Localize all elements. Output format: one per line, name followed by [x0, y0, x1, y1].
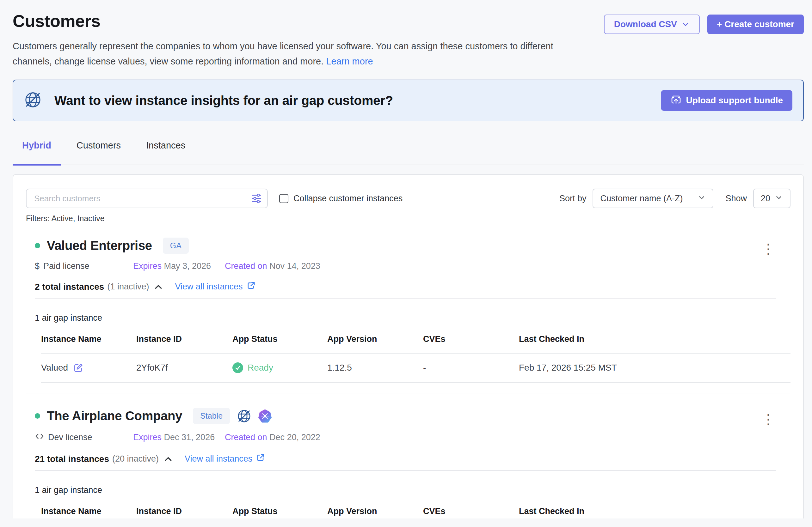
instance-name: Valued [41, 363, 68, 373]
col-last-checked-in: Last Checked In [519, 507, 791, 516]
page-header: Customers Customers generally represent … [13, 11, 804, 69]
page-description: Customers generally represent the compan… [13, 39, 580, 69]
view-all-instances-link[interactable]: View all instances [175, 281, 255, 292]
tab-bar: Hybrid Customers Instances [13, 140, 804, 165]
divider [35, 470, 776, 471]
active-status-dot [35, 243, 40, 249]
chevron-down-icon [775, 193, 783, 204]
upload-support-bundle-button[interactable]: Upload support bundle [661, 90, 793, 111]
chevron-up-icon[interactable] [154, 283, 163, 291]
created-group: Created on Nov 14, 2023 [225, 261, 320, 271]
table-header-row: Instance Name Instance ID App Status App… [41, 507, 791, 518]
created-label: Created on [225, 261, 267, 271]
col-instance-name: Instance Name [41, 507, 136, 516]
toolbar-right: Sort by Customer name (A-Z) Show 20 [559, 189, 791, 208]
channel-badge: Stable [193, 408, 230, 424]
dollar-icon: $ [35, 261, 40, 271]
table-row: Valued 2YfoK7f Ready [41, 353, 791, 382]
tab-customers[interactable]: Customers [67, 140, 130, 166]
airgap-instances-table: Instance Name Instance ID App Status App… [41, 507, 791, 518]
sort-select[interactable]: Customer name (A-Z) [593, 189, 713, 208]
col-app-status: App Status [232, 334, 327, 344]
chevron-down-icon [681, 20, 690, 28]
col-instance-id: Instance ID [136, 507, 232, 516]
instances-summary-row: 2 total instances (1 inactive) View all … [35, 281, 791, 292]
col-app-status: App Status [232, 507, 327, 516]
col-cves: CVEs [423, 507, 519, 516]
instance-id: 2YfoK7f [136, 363, 232, 373]
collapse-instances-checkbox[interactable] [279, 194, 288, 203]
expires-date: Dec 31, 2026 [164, 433, 215, 442]
create-customer-button[interactable]: + Create customer [707, 15, 804, 34]
created-date: Nov 14, 2023 [270, 261, 320, 271]
license-type-label: Paid license [43, 261, 89, 271]
license-type: $ Paid license [35, 261, 133, 271]
airgap-instances-heading: 1 air gap instance [35, 313, 791, 323]
kebab-menu-icon[interactable]: ⋮ [762, 242, 775, 256]
col-last-checked-in: Last Checked In [519, 334, 791, 344]
license-type-label: Dev license [48, 433, 92, 442]
instances-summary-row: 21 total instances (20 inactive) View al… [35, 453, 791, 464]
collapse-instances-checkbox-group[interactable]: Collapse customer instances [279, 194, 403, 204]
customer-meta-row: $ Paid license Expires May 3, 2026 Creat… [35, 261, 791, 271]
filter-sliders-icon[interactable] [251, 193, 262, 205]
search-input[interactable] [26, 189, 268, 208]
customer-name[interactable]: The Airplane Company [47, 409, 182, 423]
app-status: Ready [248, 363, 273, 373]
inactive-count: (20 inactive) [112, 454, 159, 464]
airgap-instances-table: Instance Name Instance ID App Status App… [41, 334, 791, 382]
col-app-version: App Version [327, 334, 423, 344]
kebab-menu-icon[interactable]: ⋮ [762, 412, 775, 426]
download-csv-button[interactable]: Download CSV [604, 15, 700, 34]
filters-note: Filters: Active, Inactive [26, 214, 791, 223]
tab-hybrid[interactable]: Hybrid [13, 140, 61, 166]
toolbar: Collapse customer instances Sort by Cust… [26, 189, 791, 208]
chevron-up-icon[interactable] [164, 455, 173, 464]
airgap-banner-title: Want to view instance insights for an ai… [54, 93, 393, 108]
col-instance-id: Instance ID [136, 334, 232, 344]
view-all-instances-link[interactable]: View all instances [185, 453, 265, 464]
airgap-banner: Want to view instance insights for an ai… [13, 80, 804, 121]
customer-valued-enterprise: ⋮ Valued Enterprise GA $ Paid license Ex… [26, 238, 791, 382]
expires-label: Expires [133, 261, 162, 271]
expires-group: Expires Dec 31, 2026 [133, 433, 225, 442]
customers-card: Collapse customer instances Sort by Cust… [13, 174, 804, 518]
kubernetes-icon [258, 409, 272, 423]
col-cves: CVEs [423, 334, 519, 344]
airgap-globe-icon [24, 91, 42, 110]
upload-icon [670, 94, 682, 107]
license-type: Dev license [35, 432, 133, 443]
cves: - [423, 363, 519, 373]
check-circle-icon [232, 362, 243, 373]
view-all-instances-label: View all instances [175, 282, 243, 291]
external-link-icon [247, 281, 256, 292]
chevron-down-icon [698, 193, 706, 204]
app-version: 1.12.5 [327, 363, 423, 373]
page-header-text: Customers Customers generally represent … [13, 11, 580, 69]
instance-name-cell: Valued [41, 363, 136, 373]
show-label: Show [725, 194, 747, 204]
customer-header: The Airplane Company Stable [35, 408, 791, 424]
customer-the-airplane-company: ⋮ The Airplane Company Stable [26, 408, 791, 518]
last-checked-in: Feb 17, 2026 15:25 MST [519, 363, 791, 373]
total-instances: 21 total instances [35, 454, 109, 464]
upload-support-bundle-label: Upload support bundle [686, 95, 783, 106]
inactive-count: (1 inactive) [107, 282, 149, 291]
edit-icon[interactable] [73, 363, 83, 373]
app-status-cell: Ready [232, 362, 327, 373]
customer-header: Valued Enterprise GA [35, 238, 791, 254]
airgap-instances-heading: 1 air gap instance [35, 485, 791, 495]
customer-section-divider [26, 393, 791, 393]
col-instance-name: Instance Name [41, 334, 136, 344]
airgap-globe-icon [237, 409, 251, 423]
learn-more-link[interactable]: Learn more [326, 56, 373, 66]
expires-date: May 3, 2026 [164, 261, 211, 271]
table-header-row: Instance Name Instance ID App Status App… [41, 334, 791, 353]
download-csv-label: Download CSV [614, 19, 677, 29]
show-select[interactable]: 20 [753, 189, 791, 208]
collapse-instances-label: Collapse customer instances [293, 194, 403, 204]
divider [35, 298, 776, 299]
tab-instances[interactable]: Instances [136, 140, 195, 166]
customer-name[interactable]: Valued Enterprise [47, 239, 152, 253]
expires-group: Expires May 3, 2026 [133, 261, 225, 271]
